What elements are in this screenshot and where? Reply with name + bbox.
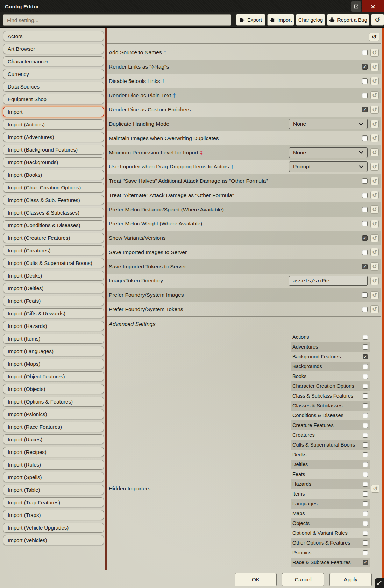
sidebar-item[interactable]: Import (Vehicle Upgrades) [3,523,104,533]
import-button[interactable]: Import [267,14,294,26]
sidebar-item[interactable]: Import (Adventures) [3,132,104,142]
hidden-importer-checkbox[interactable]: ✓ [363,560,368,565]
sidebar-item[interactable]: Import (Rules) [3,460,104,470]
hidden-importer-checkbox[interactable] [363,374,368,379]
reset-button[interactable]: ↺ [370,291,379,299]
sidebar-item[interactable]: Import (Races) [3,434,104,444]
sidebar-item[interactable]: Currency [3,69,104,79]
sidebar-item[interactable]: Import (Recipes) [3,447,104,457]
sidebar-item[interactable]: Import (Char. Creation Options) [3,182,104,192]
sidebar-item[interactable]: Import (Actions) [3,119,104,130]
hidden-importer-checkbox[interactable] [363,521,368,526]
search-input[interactable] [3,14,231,26]
reset-button[interactable]: ↺ [370,220,379,228]
sidebar-item[interactable]: Import (Feats) [3,296,104,306]
export-button[interactable]: Export [236,14,265,26]
sidebar-item[interactable]: Import (Vehicles) [3,535,104,545]
reset-button[interactable]: ↺ [370,106,379,114]
sidebar-item[interactable]: Import (Cults & Supernatural Boons) [3,258,104,268]
reset-button[interactable]: ↺ [370,77,379,85]
sidebar-item[interactable]: Import (Table) [3,485,104,495]
hidden-importer-checkbox[interactable] [363,462,368,467]
sidebar-item[interactable]: Import (Backgrounds) [3,157,104,167]
sidebar-item[interactable]: Import (Creatures) [3,245,104,255]
sidebar-item[interactable]: Data Sources [3,82,104,92]
hidden-importer-checkbox[interactable] [363,433,368,438]
setting-checkbox[interactable] [362,307,368,312]
close-button[interactable]: × [362,0,384,12]
setting-select[interactable]: Prompt [289,161,368,172]
reset-button[interactable]: ↺ [370,305,379,313]
sidebar-item[interactable]: Import (Objects) [3,384,104,394]
changelog-button[interactable]: Changelog [296,14,325,26]
reset-button[interactable]: ↺ [370,205,379,214]
setting-checkbox[interactable] [362,93,368,98]
setting-checkbox[interactable]: ✓ [362,235,368,241]
sidebar-item[interactable]: Equipment Shop [3,94,104,104]
setting-checkbox[interactable] [362,292,368,298]
reset-button[interactable]: ↺ [370,248,379,256]
sidebar-item[interactable]: Import (Maps) [3,359,104,369]
sidebar-item[interactable]: Import (Traps) [3,510,104,520]
sidebar-item[interactable]: Import (Gifts & Rewards) [3,308,104,318]
reset-button[interactable]: ↺ [370,262,379,271]
hidden-importer-checkbox[interactable] [363,364,368,369]
reset-button[interactable]: ↺ [371,485,379,493]
reset-button[interactable]: ↺ [370,234,379,242]
hidden-importer-checkbox[interactable] [363,335,368,340]
sidebar-item[interactable]: Import (Deities) [3,283,104,293]
hidden-importer-checkbox[interactable] [363,403,368,408]
cancel-button[interactable]: Cancel [282,573,324,586]
reset-button[interactable]: ↺ [370,49,379,57]
hidden-importer-checkbox[interactable] [363,511,368,516]
reset-button[interactable]: ↺ [370,191,379,199]
setting-checkbox[interactable] [362,50,368,55]
report-bug-button[interactable]: Report a Bug [327,14,369,26]
sidebar-item[interactable]: Charactermancer [3,56,104,66]
setting-checkbox[interactable]: ✓ [362,107,368,112]
hidden-importer-checkbox[interactable] [363,531,368,536]
apply-button[interactable]: Apply [329,573,372,586]
setting-checkbox[interactable] [362,250,368,255]
setting-checkbox[interactable] [362,78,368,84]
hidden-importer-checkbox[interactable]: ✓ [363,354,368,359]
sidebar-item[interactable]: Import (Hazards) [3,321,104,331]
hidden-importer-checkbox[interactable] [363,393,368,399]
reset-button[interactable]: ↺ [370,91,379,99]
setting-select[interactable]: None [289,147,368,158]
setting-checkbox[interactable]: ✓ [362,64,368,70]
setting-checkbox[interactable] [362,192,368,198]
sidebar-item[interactable]: Import (Psionics) [3,409,104,419]
reset-button[interactable]: ↺ [370,177,379,185]
reset-button[interactable]: ↺ [370,120,379,128]
directory-input[interactable] [289,276,368,286]
sidebar-item[interactable]: Import (Books) [3,170,104,180]
hidden-importer-checkbox[interactable] [363,482,368,487]
hidden-importer-checkbox[interactable] [363,442,368,448]
sidebar-item[interactable]: Import (Trap Features) [3,497,104,507]
setting-checkbox[interactable] [362,221,368,226]
sidebar-item[interactable]: Import (Class & Sub. Features) [3,195,104,205]
reset-all-button[interactable]: ↺ [371,14,384,26]
hidden-importer-checkbox[interactable] [363,540,368,546]
setting-checkbox[interactable]: ✓ [362,264,368,270]
popout-button[interactable] [351,1,361,12]
setting-checkbox[interactable] [362,207,368,212]
reset-button[interactable]: ↺ [370,277,379,285]
sidebar-item[interactable]: Import (Creature Features) [3,233,104,243]
sidebar-scrollbar[interactable] [105,28,107,570]
section-reset-button[interactable]: ↺ [369,33,379,41]
hidden-importer-checkbox[interactable] [363,423,368,428]
sidebar-item[interactable]: Import [3,107,104,117]
sidebar-item[interactable]: Import (Spells) [3,472,104,482]
hidden-importer-checkbox[interactable] [363,452,368,457]
setting-select[interactable]: None [289,119,368,129]
setting-checkbox[interactable] [362,135,368,141]
reset-button[interactable]: ↺ [370,148,379,156]
sidebar-item[interactable]: Import (Background Features) [3,145,104,155]
hidden-importer-checkbox[interactable] [363,491,368,497]
sidebar-item[interactable]: Import (Conditions & Diseases) [3,220,104,230]
sidebar-item[interactable]: Import (Classes & Subclasses) [3,208,104,218]
hidden-importer-checkbox[interactable] [363,472,368,477]
hidden-importer-checkbox[interactable] [363,344,368,350]
